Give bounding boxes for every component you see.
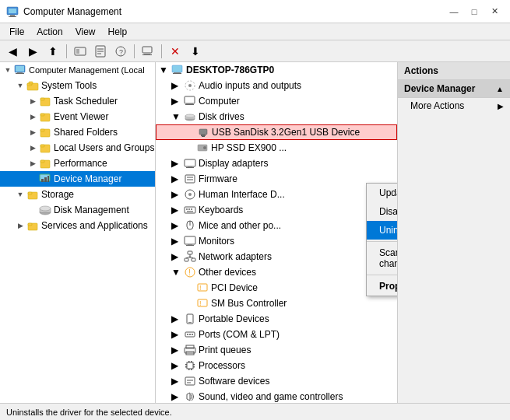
tree-local-users[interactable]: ▶ Local Users and Groups (0, 140, 155, 156)
actions-more[interactable]: More Actions ▶ (398, 98, 510, 114)
left-panel: ▼ Computer Management (Local ▼ System To… (0, 62, 156, 403)
mice-label: Mice and other po... (199, 220, 281, 231)
maximize-button[interactable]: □ (465, 4, 484, 19)
menu-view[interactable]: View (69, 25, 102, 39)
show-hide-button[interactable] (71, 43, 90, 60)
dev-software[interactable]: ▶ Software devices (156, 373, 397, 389)
tree-shared-folders[interactable]: ▶ Shared Folders (0, 124, 155, 140)
ctx-update-driver[interactable]: Update Driver Software... (367, 184, 397, 202)
tree-event-viewer[interactable]: ▶ Event Viewer (0, 109, 155, 124)
disk-expand (26, 204, 39, 216)
dev-mice[interactable]: ▶ Mice and other po... (156, 218, 397, 233)
actions-section-chevron: ▲ (496, 85, 504, 93)
delete-button[interactable]: ✕ (166, 43, 185, 60)
more-actions-chevron: ▶ (498, 102, 504, 110)
ctx-disable[interactable]: Disable (367, 202, 397, 221)
root-expand-icon: ▼ (159, 65, 171, 75)
up-button[interactable]: ⬆ (44, 43, 62, 60)
svg-rect-29 (40, 145, 44, 147)
event-icon (39, 110, 51, 123)
dev-monitors[interactable]: ▶ Monitors (156, 233, 397, 249)
task-label: Task Scheduler (54, 96, 118, 107)
menu-action[interactable]: Action (30, 25, 69, 39)
update-button[interactable]: ⬇ (186, 43, 205, 60)
svg-rect-71 (187, 211, 193, 212)
svg-rect-102 (191, 369, 192, 370)
dev-keyboards[interactable]: ▶ Keyboards (156, 202, 397, 218)
shared-label: Shared Folders (54, 127, 118, 138)
audio-label: Audio inputs and outputs (199, 80, 301, 91)
svg-rect-17 (17, 72, 23, 73)
back-button[interactable]: ◀ (3, 43, 22, 60)
dev-other[interactable]: ▼ ! Other devices (156, 264, 397, 280)
dev-audio[interactable]: ▶ Audio inputs and outputs (156, 78, 397, 93)
menu-file[interactable]: File (3, 25, 30, 39)
dev-sound[interactable]: ▶ Sound, video and game controllers (156, 389, 397, 403)
dev-usb-sandisk[interactable]: USB SanDisk 3.2Gen1 USB Device (156, 124, 397, 140)
svg-rect-35 (47, 176, 49, 182)
properties-icon (94, 45, 107, 58)
dev-hp-ssd[interactable]: HP SSD EX900 ... (156, 140, 397, 156)
dev-network[interactable]: ▶ Network adapters (156, 249, 397, 264)
tree-storage[interactable]: ▼ Storage (0, 187, 155, 202)
dev-disk-drives[interactable]: ▼ Disk drives (156, 109, 397, 124)
menu-help[interactable]: Help (102, 25, 134, 39)
svg-rect-13 (144, 53, 150, 54)
menu-bar: File Action View Help (0, 23, 510, 40)
computer-button[interactable] (139, 43, 157, 60)
dev-ports[interactable]: ▶ Ports (COM & LPT) (156, 327, 397, 342)
help-button[interactable]: ? (111, 43, 130, 60)
svg-rect-98 (187, 362, 193, 369)
ctx-uninstall[interactable]: Uninstall (367, 221, 397, 240)
dev-pci[interactable]: ! PCI Device (156, 280, 397, 296)
dev-display[interactable]: ▶ Display adapters (156, 156, 397, 171)
svg-rect-3 (9, 16, 16, 17)
window-controls: — □ ✕ (445, 4, 504, 19)
minimize-button[interactable]: — (445, 4, 463, 19)
svg-rect-61 (186, 167, 194, 168)
dev-smbus[interactable]: ! SM Bus Controller (156, 296, 397, 311)
dev-processors[interactable]: ▶ Processors (156, 358, 397, 373)
hid-label: Human Interface D... (199, 189, 285, 200)
ctx-properties[interactable]: Properties (367, 277, 397, 296)
tree-task-scheduler[interactable]: ▶ Task Scheduler (0, 93, 155, 109)
svg-rect-76 (186, 245, 194, 246)
print-label: Print queues (199, 345, 251, 355)
dev-computer[interactable]: ▶ Computer (156, 93, 397, 109)
dev-portable[interactable]: ▶ Portable Devices (156, 311, 397, 327)
task-icon (39, 95, 51, 107)
properties-button[interactable] (91, 43, 110, 60)
desktop-label: DESKTOP-786GTP0 (186, 65, 274, 75)
monitor-icon (184, 235, 196, 247)
svg-rect-49 (186, 103, 193, 104)
device-root[interactable]: ▼ DESKTOP-786GTP0 (156, 62, 397, 78)
ctx-scan-hardware[interactable]: Scan for hardware changes (367, 243, 397, 273)
tree-device-manager[interactable]: Device Manager (0, 171, 155, 187)
dev-hid[interactable]: ▶ Human Interface D... (156, 187, 397, 202)
forward-button[interactable]: ▶ (23, 43, 42, 60)
dm-label: Device Manager (54, 173, 121, 184)
tree-performance[interactable]: ▶ Performance (0, 156, 155, 171)
tree-root[interactable]: ▼ Computer Management (Local (0, 62, 155, 78)
tree-system-tools[interactable]: ▼ System Tools (0, 78, 155, 93)
expand-icon: ▼ (2, 64, 14, 76)
dev-print[interactable]: ▶ Print queues (156, 342, 397, 358)
close-button[interactable]: ✕ (485, 4, 504, 19)
services-expand: ▶ (14, 219, 26, 232)
firmware-icon (184, 173, 196, 185)
svg-rect-79 (192, 258, 195, 261)
tree-services[interactable]: ▶ Services and Applications (0, 218, 155, 233)
svg-rect-103 (185, 364, 187, 366)
tree-root-label: Computer Management (Local (29, 65, 145, 75)
network-icon (184, 250, 196, 263)
ports-expand: ▶ (171, 329, 184, 340)
display-label: Display adapters (199, 158, 268, 169)
svg-rect-21 (29, 82, 33, 84)
svg-rect-68 (186, 208, 188, 210)
dev-firmware[interactable]: ▶ Firmware (156, 171, 397, 187)
svg-rect-5 (76, 49, 79, 54)
toolbar-sep-1 (66, 44, 67, 58)
comp-expand: ▶ (171, 96, 184, 107)
tree-disk-mgmt[interactable]: Disk Management (0, 202, 155, 218)
kbd-expand: ▶ (171, 205, 184, 215)
